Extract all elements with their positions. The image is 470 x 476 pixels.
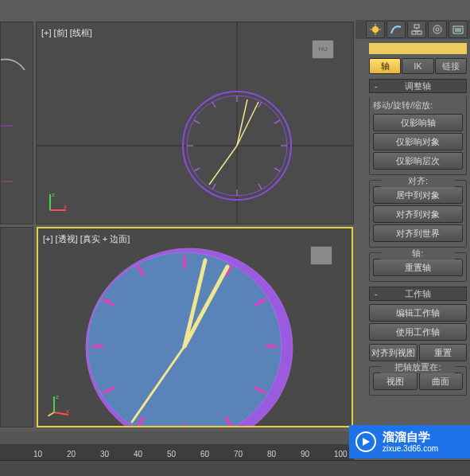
rollup-toggle-icon-2: - (375, 289, 378, 298)
svg-line-11 (274, 120, 280, 123)
top-toolbar (355, 20, 470, 39)
svg-point-60 (436, 28, 439, 31)
group-align: 对齐: 居中到对象 对齐到对象 对齐到世界 (369, 180, 467, 248)
svg-text:x: x (66, 408, 69, 415)
btn-only-object[interactable]: 仅影响对象 (373, 133, 463, 150)
watermark: 溜溜自学 zixue.3d66.com (349, 425, 470, 458)
rollup-working-pivot-label: 工作轴 (405, 288, 431, 300)
tick-10: 10 (33, 450, 42, 458)
tick-70: 70 (234, 450, 243, 458)
tick-100: 100 (334, 450, 348, 458)
svg-line-18 (237, 99, 247, 146)
group-move-rotate-scale: 移动/旋转/缩放: 仅影响轴 仅影响对象 仅影响层次 (369, 96, 467, 175)
svg-rect-62 (455, 28, 461, 32)
btn-only-pivot[interactable]: 仅影响轴 (373, 114, 463, 131)
panel-color-strip (369, 43, 467, 54)
svg-line-10 (258, 102, 262, 107)
viewcube-perspective[interactable] (310, 246, 332, 265)
tab-ik[interactable]: IK (402, 58, 433, 74)
clock-wireframe (37, 22, 354, 224)
rollup-working-pivot[interactable]: - 工作轴 (369, 287, 467, 301)
watermark-title: 溜溜自学 (383, 431, 438, 444)
svg-line-13 (258, 184, 262, 189)
btn-reset-pivot[interactable]: 重置轴 (373, 259, 463, 276)
svg-line-14 (212, 184, 216, 189)
rollup-adjust-axis[interactable]: - 调整轴 (369, 79, 467, 93)
schematic-icon[interactable] (407, 21, 426, 38)
tick-80: 80 (267, 450, 276, 458)
btn-reset-working[interactable]: 重置 (419, 344, 468, 361)
material-icon[interactable] (428, 21, 447, 38)
tab-axis[interactable]: 轴 (369, 58, 401, 74)
tick-50: 50 (167, 450, 176, 458)
viewcube[interactable]: HU (312, 40, 334, 59)
btn-only-hierarchy[interactable]: 仅影响层次 (373, 152, 463, 170)
tab-link[interactable]: 链接 (435, 58, 467, 74)
tick-20: 20 (67, 450, 76, 458)
tick-90: 90 (301, 450, 309, 458)
svg-line-16 (194, 120, 200, 123)
tick-40: 40 (134, 450, 142, 458)
svg-line-12 (274, 168, 280, 171)
viewport-front[interactable]: [+] [前] [线框] (36, 21, 354, 224)
svg-point-49 (372, 26, 379, 33)
btn-align-to-view[interactable]: 对齐到视图 (369, 344, 418, 361)
svg-rect-56 (418, 31, 421, 34)
svg-point-59 (433, 25, 441, 33)
svg-marker-63 (363, 438, 370, 446)
svg-line-19 (237, 102, 258, 146)
group-place-pivot: 把轴放置在: 视图 曲面 (369, 366, 467, 396)
btn-place-surface[interactable]: 曲面 (419, 373, 464, 390)
legend-pivot: 轴: (381, 248, 455, 259)
axis-gizmo-front: z x (46, 190, 70, 214)
legend-place-pivot: 把轴放置在: (381, 361, 455, 373)
svg-line-46 (48, 412, 54, 416)
svg-line-15 (194, 168, 200, 171)
pivot-tab-row: 轴 IK 链接 (369, 58, 467, 74)
svg-rect-55 (412, 31, 416, 34)
svg-line-17 (212, 102, 216, 107)
btn-align-to-object[interactable]: 对齐到对象 (373, 205, 463, 223)
btn-use-working-pivot[interactable]: 使用工作轴 (369, 323, 467, 341)
curve-icon[interactable] (386, 21, 406, 38)
legend-align: 对齐: (381, 175, 455, 187)
axis-gizmo-perspective: z x (48, 392, 72, 416)
label-move-rotate-scale: 移动/旋转/缩放: (373, 99, 463, 111)
svg-rect-54 (414, 25, 419, 28)
viewports-area: [+] [前] [线框] (0, 0, 355, 430)
timeline: 10 20 30 40 50 60 70 80 90 100 (0, 431, 354, 460)
command-panel: 轴 IK 链接 - 调整轴 移动/旋转/缩放: 仅影响轴 仅影响对象 仅影响层次… (366, 40, 470, 474)
svg-text:z: z (52, 191, 55, 198)
clock-shaded (38, 228, 353, 427)
tick-60: 60 (200, 450, 209, 458)
btn-edit-working-pivot[interactable]: 编辑工作轴 (369, 304, 467, 322)
time-slider[interactable] (0, 431, 354, 444)
btn-place-view[interactable]: 视图 (373, 373, 418, 390)
light-icon[interactable] (366, 21, 385, 38)
rollup-toggle-icon: - (375, 81, 378, 91)
group-pivot: 轴: 重置轴 (369, 252, 467, 282)
viewport-perspective[interactable]: [+] [透视] [真实 + 边面] (37, 227, 353, 427)
play-icon (355, 431, 376, 452)
btn-align-to-world[interactable]: 对齐到世界 (373, 224, 463, 242)
time-ruler[interactable]: 10 20 30 40 50 60 70 80 90 100 (0, 444, 354, 460)
watermark-url: zixue.3d66.com (383, 444, 438, 453)
rollup-adjust-axis-label: 调整轴 (405, 80, 431, 92)
svg-text:z: z (56, 393, 59, 400)
status-bar (0, 460, 470, 476)
render-icon[interactable] (449, 21, 468, 38)
svg-line-20 (209, 146, 237, 185)
viewport-bottom-left[interactable] (0, 227, 33, 427)
btn-center-to-object[interactable]: 居中到对象 (373, 186, 463, 204)
tick-30: 30 (100, 450, 109, 458)
viewport-top-left[interactable] (0, 21, 33, 224)
svg-text:x: x (64, 203, 67, 210)
